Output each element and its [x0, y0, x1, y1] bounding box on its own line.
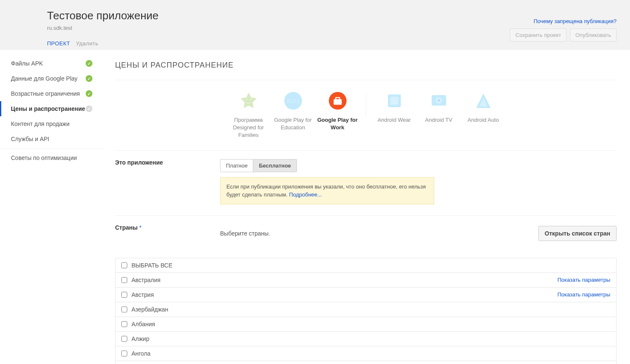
app-type-row: Это приложение Платное Бесплатное Если п… — [115, 159, 617, 204]
country-name: Азербайджан — [131, 306, 168, 313]
country-checkbox[interactable] — [121, 336, 127, 342]
check-ok-icon — [86, 60, 92, 67]
sidebar-item-label: Данные для Google Play — [11, 75, 78, 82]
app-type-label: Это приложение — [115, 159, 220, 166]
distribution-label: Google Play for Work — [317, 116, 358, 131]
sidebar-item[interactable]: Контент для продажи — [0, 116, 103, 131]
free-option[interactable]: Бесплатное — [253, 160, 296, 172]
sidebar-item-label: Цены и распространение — [11, 105, 85, 112]
svg-point-1 — [249, 98, 251, 100]
country-name: Албания — [131, 321, 155, 327]
distribution-label: Android Auto — [463, 116, 504, 124]
sidebar-item[interactable]: Цены и распространение — [0, 101, 103, 116]
free-warning-box: Если при публикации приложения вы указал… — [220, 177, 434, 204]
tab-delete[interactable]: Удалить — [76, 40, 98, 47]
sidebar-item[interactable]: Возрастные ограничения — [0, 86, 103, 101]
sidebar-item-optimize[interactable]: Советы по оптимизации — [0, 148, 103, 165]
distribution-label: Программа Designed for Families — [228, 116, 269, 139]
paid-option[interactable]: Платное — [220, 160, 253, 172]
select-all-label: ВЫБРАТЬ ВСЕ — [131, 262, 173, 269]
svg-rect-8 — [390, 97, 398, 105]
publish-button[interactable]: Опубликовать — [570, 29, 617, 42]
sidebar-item-label: Службы и API — [11, 136, 49, 142]
svg-point-0 — [246, 98, 247, 100]
check-ok-icon — [86, 90, 92, 97]
pricing-toggle: Платное Бесплатное — [220, 159, 297, 172]
country-checkbox[interactable] — [121, 306, 127, 312]
header-right: Почему запрещена публикация? Сохранить п… — [510, 18, 617, 42]
sidebar-item-label: Возрастные ограничения — [11, 90, 80, 97]
header-tabs: ПРОЕКТ Удалить — [47, 40, 617, 50]
select-all-checkbox[interactable] — [121, 262, 127, 268]
open-country-list-button[interactable]: Открыть список стран — [538, 226, 617, 241]
save-project-button[interactable]: Сохранить проект — [510, 29, 567, 42]
country-name: Австралия — [131, 277, 160, 283]
tv-icon — [429, 91, 449, 110]
distribution-separator — [366, 94, 366, 116]
sidebar: Файлы APKДанные для Google PlayВозрастны… — [0, 50, 103, 364]
distribution-item[interactable]: Программа Designed for Families — [226, 91, 271, 139]
country-row[interactable]: Азербайджан — [116, 302, 616, 317]
select-countries-text: Выберите страны. — [220, 230, 270, 237]
distribution-label: Android Wear — [374, 116, 415, 124]
tab-project[interactable]: ПРОЕКТ — [47, 40, 70, 47]
countries-label: Страны * — [115, 224, 220, 231]
distribution-item[interactable]: Android TV — [417, 91, 461, 124]
country-name: Австрия — [131, 291, 154, 298]
check-ok-icon — [86, 75, 92, 82]
country-row[interactable]: АвстрияПоказать параметры — [116, 288, 616, 302]
country-row[interactable]: Антигуа и Барбуда — [116, 361, 616, 364]
header-bar: Тестовое приложение ru.sdk.test ПРОЕКТ У… — [0, 0, 630, 50]
check-grey-icon — [86, 105, 92, 112]
country-list: ВЫБРАТЬ ВСЕАвстралияПоказать параметрыАв… — [115, 258, 617, 364]
sidebar-item[interactable]: Службы и API — [0, 131, 103, 147]
work-icon — [328, 91, 347, 110]
sidebar-item[interactable]: Файлы APK — [0, 56, 103, 71]
learn-more-link[interactable]: Подробнее... — [289, 191, 322, 198]
country-row[interactable]: Албания — [116, 317, 616, 332]
country-name: Алжир — [131, 335, 149, 342]
distribution-label: Google Play for Education — [273, 116, 314, 131]
show-parameters-link[interactable]: Показать параметры — [557, 277, 610, 283]
country-checkbox[interactable] — [121, 292, 127, 298]
sidebar-item[interactable]: Данные для Google Play — [0, 71, 103, 86]
distribution-item[interactable]: Android Wear — [372, 91, 417, 124]
country-row[interactable]: АвстралияПоказать параметры — [116, 273, 616, 288]
section-title: ЦЕНЫ И РАСПРОСТРАНЕНИЕ — [115, 61, 617, 70]
country-checkbox[interactable] — [121, 351, 127, 356]
distribution-item[interactable]: Google Play for Work — [315, 91, 360, 131]
distribution-item[interactable]: EDUGoogle Play for Education — [271, 91, 315, 131]
free-warning-text: Если при публикации приложения вы указал… — [226, 183, 426, 198]
country-checkbox[interactable] — [121, 321, 127, 327]
svg-point-11 — [438, 99, 440, 102]
star-icon — [239, 91, 258, 110]
auto-icon — [474, 91, 493, 110]
country-row[interactable]: Ангола — [116, 346, 616, 361]
countries-header-row: Страны * Выберите страны. Открыть список… — [115, 224, 617, 241]
sidebar-item-label: Файлы APK — [11, 60, 43, 67]
country-row[interactable]: Алжир — [116, 332, 616, 346]
country-checkbox[interactable] — [121, 277, 127, 283]
sidebar-item-label: Контент для продажи — [11, 120, 70, 127]
distribution-item[interactable]: Android Auto — [461, 91, 506, 124]
edu-icon: EDU — [284, 91, 303, 110]
distribution-channels: Программа Designed for FamiliesEDUGoogle… — [115, 91, 617, 139]
distribution-label: Android TV — [418, 116, 459, 124]
country-name: Ангола — [131, 350, 150, 357]
main-content: ЦЕНЫ И РАСПРОСТРАНЕНИЕ Программа Designe… — [103, 50, 630, 364]
wear-icon — [385, 91, 404, 110]
svg-text:EDU: EDU — [287, 98, 299, 104]
why-disabled-link[interactable]: Почему запрещена публикация? — [533, 18, 617, 24]
select-all-countries-row[interactable]: ВЫБРАТЬ ВСЕ — [116, 258, 616, 273]
show-parameters-link[interactable]: Показать параметры — [557, 291, 610, 298]
